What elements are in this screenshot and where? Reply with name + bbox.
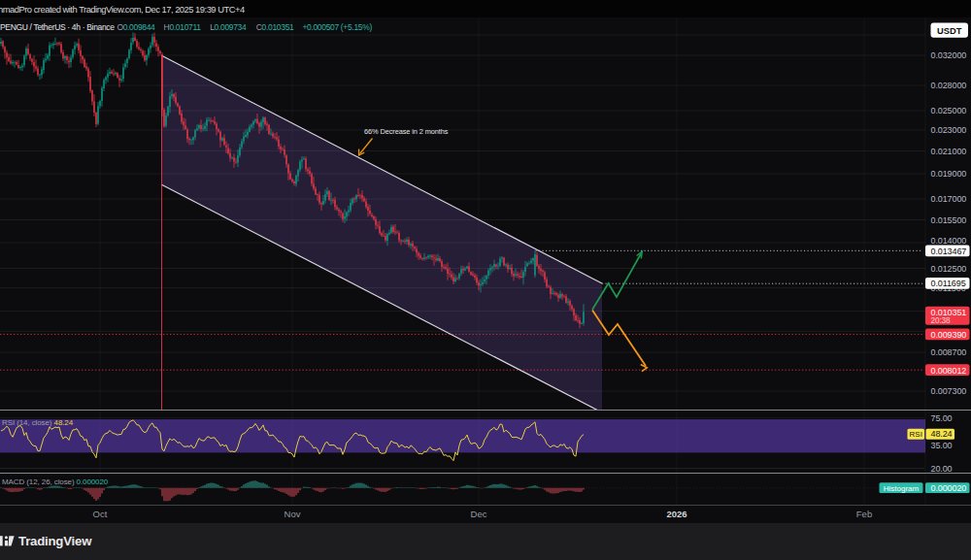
svg-text:0.011695: 0.011695	[931, 279, 966, 288]
svg-text:0.025000: 0.025000	[931, 106, 967, 115]
svg-text:2026: 2026	[666, 509, 686, 519]
svg-text:L0.009734: L0.009734	[210, 22, 247, 32]
svg-text:PENGU / TetherUS · 4h · Binanc: PENGU / TetherUS · 4h · Binance	[0, 22, 115, 32]
svg-text:0.028000: 0.028000	[931, 81, 967, 90]
svg-text:H0.010711: H0.010711	[164, 22, 202, 32]
svg-text:0.019000: 0.019000	[931, 169, 967, 179]
svg-text:USDT: USDT	[937, 26, 962, 36]
svg-text:Dec: Dec	[471, 509, 487, 519]
svg-text:O0.009844: O0.009844	[117, 22, 155, 32]
svg-text:0.012500: 0.012500	[931, 264, 967, 274]
svg-text:0.008700: 0.008700	[931, 347, 967, 357]
svg-text:20:38: 20:38	[931, 316, 952, 325]
svg-text:20.00: 20.00	[931, 464, 953, 474]
svg-text:0.000020: 0.000020	[931, 483, 967, 493]
svg-text:35.00: 35.00	[931, 441, 953, 450]
svg-text:0.009390: 0.009390	[931, 330, 967, 340]
svg-text:Feb: Feb	[856, 509, 872, 519]
svg-text:+0.000507 (+5.15%): +0.000507 (+5.15%)	[302, 22, 372, 32]
svg-text:hmadPro created with TradingVi: hmadPro created with TradingView.com, De…	[0, 4, 245, 15]
svg-text:Histogram: Histogram	[884, 484, 920, 493]
svg-text:RSI: RSI	[910, 430, 922, 439]
svg-text:75.00: 75.00	[931, 413, 953, 423]
svg-text:Oct: Oct	[93, 509, 108, 519]
svg-text:0.032000: 0.032000	[931, 50, 967, 60]
svg-text:0.010351: 0.010351	[931, 308, 967, 317]
svg-text:0.013467: 0.013467	[931, 247, 967, 256]
svg-text:48.24: 48.24	[931, 429, 953, 439]
svg-text:0.023000: 0.023000	[931, 125, 967, 135]
svg-text:0.014000: 0.014000	[931, 236, 967, 246]
svg-text:0.021000: 0.021000	[931, 147, 967, 156]
svg-text:MACD (12, 26, close) 0.000020: MACD (12, 26, close) 0.000020	[2, 478, 109, 486]
svg-text:0.015500: 0.015500	[931, 215, 967, 225]
svg-text:Nov: Nov	[285, 509, 301, 519]
svg-text:C0.010351: C0.010351	[256, 22, 294, 32]
svg-text:0.008012: 0.008012	[931, 366, 967, 376]
svg-text:RSI (14, close) 48.24: RSI (14, close) 48.24	[2, 418, 74, 427]
svg-text:66% Decrease in 2 months: 66% Decrease in 2 months	[364, 127, 449, 136]
svg-text:0.007300: 0.007300	[931, 386, 967, 396]
svg-text:0.017000: 0.017000	[931, 194, 967, 204]
svg-text:TradingView: TradingView	[18, 534, 92, 548]
